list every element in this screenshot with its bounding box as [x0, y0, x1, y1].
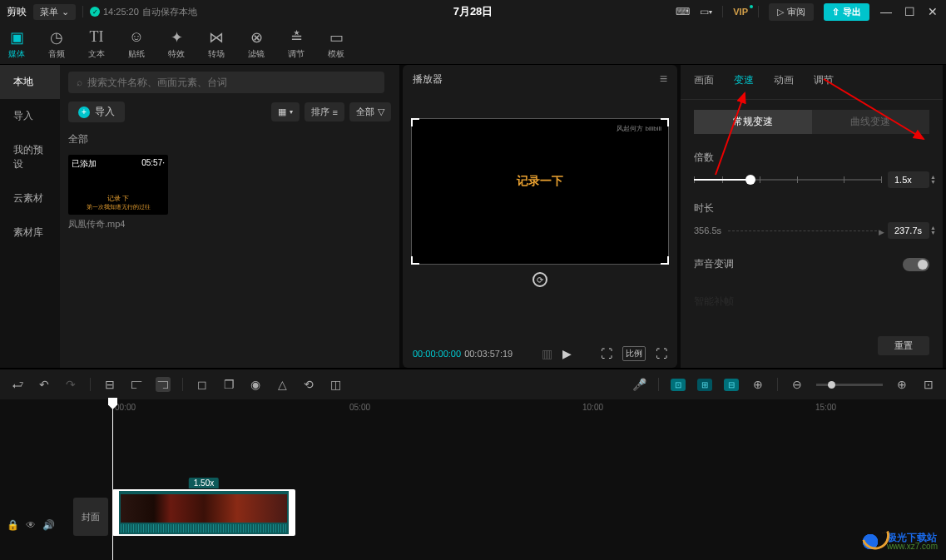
- mode-normal-speed[interactable]: 常规变速: [694, 110, 812, 134]
- zoom-slider[interactable]: [816, 384, 883, 386]
- redo-button[interactable]: ↷: [63, 377, 78, 392]
- media-item[interactable]: 已添加 05:57· 记录 下 第一次我知道无行的过往 凤凰传奇.mp4: [68, 155, 168, 230]
- reset-button[interactable]: 重置: [878, 336, 929, 355]
- video-frame[interactable]: 风起何方 bilibili 记录一下 ⟳: [411, 118, 669, 265]
- timeline-tracks[interactable]: 🔒 👁 🔊 封面 1.50x: [0, 419, 946, 544]
- video-watermark: 风起何方 bilibili: [617, 124, 661, 133]
- import-button[interactable]: + 导入: [68, 102, 125, 122]
- plus-icon: +: [78, 107, 90, 118]
- search-bar[interactable]: ⌕: [68, 72, 384, 93]
- tab-audio[interactable]: ◷音频: [48, 28, 65, 60]
- export-button[interactable]: ⇧ 导出: [824, 3, 869, 21]
- copy-tool[interactable]: ❐: [221, 377, 236, 392]
- split-right-tool[interactable]: ⫎: [156, 377, 171, 392]
- crop-handle-bl[interactable]: [411, 256, 419, 265]
- view-grid-button[interactable]: ▦▾: [271, 102, 300, 121]
- search-input[interactable]: [87, 77, 376, 88]
- tab-transition[interactable]: ⋈转场: [208, 28, 225, 60]
- sidebar-item-local[interactable]: 本地: [0, 65, 60, 99]
- reverse-tool[interactable]: ◉: [248, 377, 263, 392]
- player-viewport[interactable]: 风起何方 bilibili 记录一下 ⟳: [403, 93, 677, 290]
- sidebar-item-library[interactable]: 素材库: [0, 216, 60, 250]
- duration-from: 356.5s: [694, 225, 721, 235]
- speed-value-input[interactable]: 1.5x ▲▼: [888, 171, 929, 188]
- tab-template[interactable]: ▭模板: [328, 28, 344, 60]
- tab-sticker[interactable]: ☺贴纸: [128, 28, 145, 60]
- mirror-tool[interactable]: △: [275, 377, 290, 392]
- spinner-arrows[interactable]: ▲▼: [930, 225, 936, 235]
- spinner-arrows[interactable]: ▲▼: [930, 175, 936, 185]
- sidebar-item-import[interactable]: 导入: [0, 99, 60, 133]
- tab-text[interactable]: TI文本: [88, 28, 105, 60]
- timeline-clip[interactable]: 1.50x: [112, 489, 295, 536]
- ratio-button[interactable]: 比例: [622, 346, 646, 361]
- tab-adjust[interactable]: ≛调节: [288, 28, 305, 60]
- menu-dropdown[interactable]: 菜单 ⌄: [33, 4, 76, 20]
- cover-button[interactable]: 封面: [73, 498, 108, 536]
- pitch-label: 声音变调: [694, 257, 734, 271]
- crop-handle-tr[interactable]: [661, 118, 669, 126]
- media-thumbnail[interactable]: 已添加 05:57· 记录 下 第一次我知道无行的过往: [68, 155, 168, 215]
- sidebar-item-presets[interactable]: 我的预设: [0, 133, 60, 181]
- layout-icon[interactable]: ▭▾: [699, 5, 712, 18]
- crop-frame-tool[interactable]: ◫: [328, 377, 343, 392]
- duration-track: ▶: [728, 230, 881, 231]
- filter-all-button[interactable]: 全部▽: [349, 102, 391, 121]
- snap-track-button[interactable]: ⊞: [697, 379, 712, 391]
- keyboard-icon[interactable]: ⌨: [676, 5, 689, 18]
- sidebar-item-cloud[interactable]: 云素材: [0, 181, 60, 216]
- speed-slider[interactable]: [694, 179, 881, 181]
- lock-icon[interactable]: 🔒: [7, 519, 19, 531]
- tab-effects[interactable]: ✦特效: [168, 28, 185, 60]
- speed-slider-thumb[interactable]: [745, 175, 755, 185]
- tab-color-adjust[interactable]: 调节: [814, 73, 834, 91]
- minimize-button[interactable]: —: [879, 5, 893, 18]
- clip-waveform: [121, 524, 287, 533]
- snap-link-button[interactable]: ⊟: [724, 379, 739, 391]
- clip-handle-right[interactable]: [289, 491, 294, 534]
- eye-icon[interactable]: 👁: [26, 519, 36, 531]
- pitch-toggle[interactable]: [903, 258, 929, 271]
- mode-curve-speed[interactable]: 曲线变速: [812, 110, 930, 134]
- split-left-tool[interactable]: ⫍: [129, 377, 144, 392]
- compare-icon[interactable]: ▥: [542, 347, 552, 360]
- snapshot-icon[interactable]: ⛶: [601, 347, 612, 360]
- cut-mode-button[interactable]: ⊕: [750, 377, 765, 392]
- close-button[interactable]: ✕: [926, 5, 939, 18]
- timeline-ruler[interactable]: 00:00 05:00 10:00 15:00: [0, 399, 946, 419]
- zoom-thumb[interactable]: [828, 381, 835, 389]
- play-button[interactable]: ▶: [562, 347, 572, 360]
- maximize-button[interactable]: ☐: [903, 5, 916, 18]
- rotate-tool[interactable]: ⟲: [301, 377, 316, 392]
- mic-icon[interactable]: 🎤: [631, 377, 646, 392]
- crop-handle-tl[interactable]: [411, 118, 419, 126]
- undo-button[interactable]: ↶: [37, 377, 52, 392]
- tab-animation[interactable]: 动画: [774, 73, 794, 91]
- refresh-icon[interactable]: ⟳: [532, 272, 547, 287]
- arrow-right-icon: ▶: [879, 228, 884, 236]
- snap-main-button[interactable]: ⊡: [671, 379, 686, 391]
- review-button[interactable]: ▷ 审阅: [769, 3, 814, 21]
- tab-speed[interactable]: 变速: [734, 73, 754, 91]
- project-title[interactable]: 7月28日: [453, 4, 493, 19]
- zoom-out-button[interactable]: ⊖: [790, 377, 805, 392]
- sort-button[interactable]: 排序≡: [305, 102, 344, 121]
- split-tool[interactable]: ⊟: [102, 377, 117, 392]
- separator: [82, 6, 83, 17]
- track-controls: 🔒 👁 🔊: [7, 519, 55, 531]
- crop-tool[interactable]: ◻: [195, 377, 210, 392]
- zoom-fit-button[interactable]: ⊡: [921, 377, 936, 392]
- zoom-in-button[interactable]: ⊕: [894, 377, 909, 392]
- tab-media[interactable]: ▣媒体: [8, 28, 25, 60]
- duration-value-input[interactable]: 237.7s ▲▼: [888, 222, 929, 239]
- fullscreen-icon[interactable]: ⛶: [656, 347, 667, 360]
- tab-filter[interactable]: ⊗滤镜: [248, 28, 265, 60]
- vip-badge[interactable]: VIP: [733, 7, 748, 17]
- speaker-icon[interactable]: 🔊: [42, 519, 55, 531]
- player-menu-icon[interactable]: ≡: [660, 72, 667, 87]
- ruler-mark: 05:00: [349, 403, 370, 412]
- clip-handle-left[interactable]: [114, 491, 119, 534]
- tab-picture[interactable]: 画面: [694, 73, 714, 91]
- pointer-tool[interactable]: ⮐: [10, 377, 25, 392]
- crop-handle-br[interactable]: [661, 256, 669, 265]
